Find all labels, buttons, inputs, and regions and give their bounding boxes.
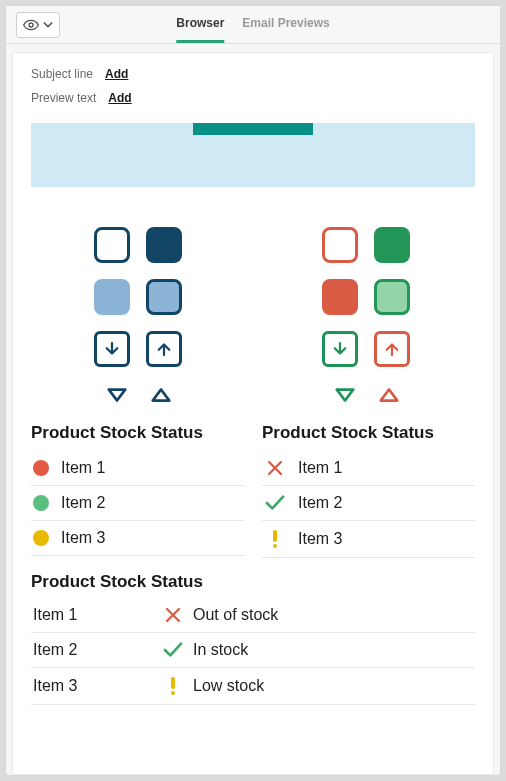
triangle-down-icon [334,387,356,407]
square-light-outlined-icon [374,279,410,315]
status-lists: Product Stock Status Item 1 Item 2 Item … [31,423,475,558]
status-list-icons: Product Stock Status Item 1 Item 2 [262,423,475,558]
visibility-dropdown[interactable] [16,12,60,38]
list-title: Product Stock Status [31,423,244,443]
status-dot-icon [33,495,49,511]
svg-point-0 [29,23,33,27]
svg-point-2 [273,544,277,548]
square-red-icon [322,279,358,315]
subject-line-add[interactable]: Add [105,67,128,81]
square-outline-icon [94,227,130,263]
list-item-label: Item 1 [298,459,342,477]
icon-grid-green [262,227,472,407]
meta-block: Subject line Add Preview text Add [13,53,493,123]
tab-browser[interactable]: Browser [176,6,224,43]
row-status: In stock [193,641,473,659]
square-light-outlined-icon [146,279,182,315]
list-item: Item 2 [262,486,475,521]
status-dot-icon [33,460,49,476]
table-row: Item 2 In stock [31,633,475,668]
table-title: Product Stock Status [31,572,475,592]
square-light-icon [94,279,130,315]
square-filled-icon [146,227,182,263]
preview-text-label: Preview text [31,91,96,105]
icon-grid-blue [34,227,244,407]
icon-grids [31,227,475,407]
triangle-up-icon [150,387,172,407]
row-status: Low stock [193,677,473,695]
svg-point-4 [171,691,175,695]
canvas: Product Stock Status Item 1 Item 2 Item … [13,123,493,705]
svg-rect-3 [171,677,175,689]
app-frame: Browser Email Previews Subject line Add … [5,5,501,776]
hero-banner [31,123,475,187]
tab-email-previews[interactable]: Email Previews [242,6,329,43]
arrow-up-box-icon [374,331,410,367]
check-icon [153,641,193,659]
list-item: Item 3 [262,521,475,558]
hero-button-placeholder [193,123,313,135]
table-row: Item 1 Out of stock [31,598,475,633]
row-status: Out of stock [193,606,473,624]
list-item: Item 1 [31,451,244,486]
list-title: Product Stock Status [262,423,475,443]
status-list-dots: Product Stock Status Item 1 Item 2 Item … [31,423,244,558]
row-name: Item 3 [33,677,153,695]
arrow-up-box-icon [146,331,182,367]
triangle-up-icon [378,387,400,407]
list-item: Item 2 [31,486,244,521]
status-table: Product Stock Status Item 1 Out of stock… [31,572,475,705]
triangle-down-icon [106,387,128,407]
content: Subject line Add Preview text Add [12,52,494,775]
row-name: Item 2 [33,641,153,659]
svg-rect-1 [273,530,277,542]
list-item-label: Item 1 [61,459,105,477]
x-icon [153,606,193,624]
topbar: Browser Email Previews [6,6,500,44]
tabs: Browser Email Previews [176,6,329,43]
x-icon [264,459,286,477]
table-row: Item 3 Low stock [31,668,475,705]
eye-icon [23,19,39,31]
preview-text-add[interactable]: Add [108,91,131,105]
arrow-down-box-icon [94,331,130,367]
list-item-label: Item 3 [61,529,105,547]
check-icon [264,494,286,512]
exclamation-icon [264,529,286,549]
list-item-label: Item 2 [61,494,105,512]
square-filled-icon [374,227,410,263]
status-dot-icon [33,530,49,546]
list-item: Item 3 [31,521,244,556]
exclamation-icon [153,676,193,696]
row-name: Item 1 [33,606,153,624]
subject-line-label: Subject line [31,67,93,81]
square-outline-icon [322,227,358,263]
list-item: Item 1 [262,451,475,486]
arrow-down-box-icon [322,331,358,367]
list-item-label: Item 3 [298,530,342,548]
list-item-label: Item 2 [298,494,342,512]
chevron-down-icon [43,21,53,29]
